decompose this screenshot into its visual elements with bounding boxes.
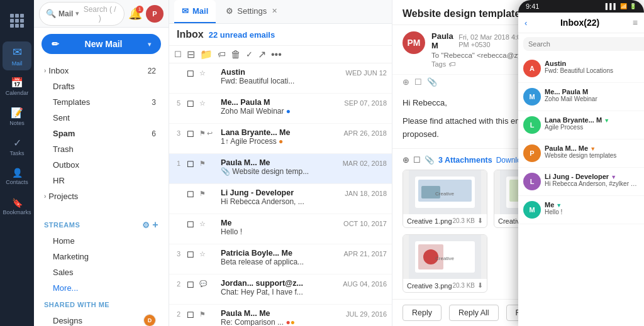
- att-count: 3 Attachments: [438, 156, 492, 165]
- forward-icon[interactable]: ↗: [258, 48, 266, 60]
- tasks-icon: ✓: [13, 137, 21, 149]
- mobile-email-item[interactable]: L Li Jung - Developer ▼ Hi Rebecca Ander…: [518, 168, 644, 196]
- tab-settings-label: Settings: [237, 6, 267, 16]
- email-row[interactable]: 2 ☐ ⚑ Paula M... Me Re: Comparison ... ●…: [169, 305, 392, 326]
- more-options-icon[interactable]: •••: [271, 49, 282, 60]
- mobile-inbox-title: Inbox(22): [531, 18, 628, 28]
- mobile-status-bar: 9:41 ▌▌▌ 📶 🔋: [518, 0, 644, 13]
- mail-icon: ✉: [13, 45, 22, 59]
- mobile-email-list: A Austin Fwd: Beautiful Locations M Me..…: [518, 55, 644, 224]
- search-icon: 🔍: [46, 9, 56, 18]
- email-row[interactable]: ☐ ☆ Austin Fwd: Beautiful locati... WED …: [169, 63, 392, 94]
- mobile-email-item[interactable]: M Me... Paula M Zoho Mail Webinar: [518, 83, 644, 111]
- mobile-email-content: Austin Fwd: Beautiful Locations: [545, 60, 639, 74]
- contacts-icon-btn[interactable]: 👤 Contacts: [3, 162, 31, 191]
- designs-avatar: D: [143, 314, 156, 326]
- spam-label: Spam: [44, 129, 149, 138]
- mobile-avatar: P: [523, 144, 541, 162]
- reply-button[interactable]: Reply: [402, 305, 441, 321]
- sidebar-item-spam[interactable]: Spam 6: [34, 126, 164, 141]
- attachment-action-icon[interactable]: 📎: [427, 77, 437, 87]
- att-download-icon[interactable]: ⬇: [477, 281, 483, 290]
- email-row[interactable]: 3 ☐ ⚑↩ Lana Bryante... Me 1↑ Agile Proce…: [169, 124, 392, 154]
- select-all-checkbox[interactable]: ☐: [174, 50, 182, 59]
- user-avatar[interactable]: P: [146, 5, 164, 23]
- att-icon: 📎: [425, 155, 435, 165]
- contacts-label: Contacts: [6, 179, 28, 185]
- email-row[interactable]: 5 ☐ ☆ Me... Paula M Zoho Mail Webinar ● …: [169, 94, 392, 124]
- signal-icon: ▌▌▌: [606, 3, 618, 9]
- mobile-email-content: Me... Paula M Zoho Mail Webinar: [545, 88, 639, 102]
- tag-add-icon[interactable]: 🏷: [448, 60, 455, 68]
- sidebar-item-marketing[interactable]: Marketing: [34, 249, 164, 264]
- email-row[interactable]: ☐ ⚑ Li Jung - Developer Hi Rebecca Ander…: [169, 184, 392, 214]
- delete-icon[interactable]: 🗑: [231, 49, 241, 60]
- sidebar-item-sent[interactable]: Sent: [34, 110, 164, 126]
- folder-icon[interactable]: 📁: [200, 48, 213, 60]
- sidebar-item-drafts[interactable]: Drafts: [34, 79, 164, 94]
- search-mail-label: Mail: [58, 9, 73, 18]
- tab-mail[interactable]: ✉ Mail: [174, 0, 216, 23]
- sales-label: Sales: [44, 268, 156, 277]
- expand-att-icon[interactable]: ⊕: [402, 155, 409, 165]
- drafts-label: Drafts: [44, 82, 156, 91]
- mobile-email-item[interactable]: A Austin Fwd: Beautiful Locations: [518, 55, 644, 83]
- filter-icon[interactable]: ⊟: [187, 48, 195, 60]
- attachment-card[interactable]: Creative Creative 3.png 20.3 KB ⬇: [402, 234, 487, 293]
- sidebar-item-templates[interactable]: Templates 3: [34, 94, 164, 110]
- calendar-label: Calendar: [6, 90, 29, 96]
- sidebar-item-projects[interactable]: › Projects: [34, 188, 164, 204]
- email-row[interactable]: 3 ☐ ☆ Patricia Boyle... Me Beta release …: [169, 244, 392, 274]
- new-mail-button[interactable]: ✏ New Mail ▾: [42, 34, 161, 54]
- sidebar-item-designs[interactable]: Designs D: [34, 311, 164, 326]
- sender-name: Paula M: [431, 31, 455, 50]
- sidebar-item-home[interactable]: Home: [34, 233, 164, 249]
- calendar-icon-btn[interactable]: 📅 Calendar: [3, 72, 31, 101]
- email-row[interactable]: ☐ ☆ Me Hello ! OCT 10, 2017: [169, 214, 392, 244]
- expand-thread-icon[interactable]: ⊕: [402, 77, 409, 87]
- star-icon: ☆: [199, 69, 206, 77]
- mobile-email-item[interactable]: P Paula M... Me ▼ Website design templat…: [518, 139, 644, 168]
- mail-tab-icon: ✉: [182, 6, 189, 16]
- tab-bar: ✉ Mail ⚙ Settings ✕: [169, 0, 392, 24]
- sidebar-item-more[interactable]: More...: [34, 280, 164, 296]
- mobile-email-item[interactable]: M Me ▼ Hello !: [518, 196, 644, 224]
- mobile-search-input[interactable]: [523, 37, 644, 51]
- chat-icon: 💬: [199, 280, 207, 287]
- close-settings-tab-icon[interactable]: ✕: [272, 7, 277, 15]
- mobile-back-btn[interactable]: ‹: [525, 18, 527, 28]
- email-row-active[interactable]: 1 ☐ ⚑ Paula M... Me 📎 Website design tem…: [169, 154, 392, 184]
- chevron-down-icon: ▾: [148, 41, 151, 48]
- mark-icon[interactable]: ✓: [246, 50, 253, 59]
- checkbox-icon[interactable]: ☐: [414, 77, 422, 87]
- mobile-avatar: M: [523, 88, 541, 106]
- att-download-icon[interactable]: ⬇: [477, 217, 483, 225]
- sidebar-item-outbox[interactable]: Outbox: [34, 157, 164, 173]
- sidebar-item-inbox[interactable]: › Inbox 22: [34, 63, 164, 79]
- tab-mail-label: Mail: [192, 6, 208, 16]
- streams-add-icon[interactable]: +: [152, 219, 158, 231]
- tab-settings[interactable]: ⚙ Settings ✕: [218, 0, 285, 23]
- sidebar-item-trash[interactable]: Trash: [34, 141, 164, 157]
- tasks-icon-btn[interactable]: ✓ Tasks: [3, 132, 31, 161]
- mobile-email-item[interactable]: L Lana Bryante... M ▼ Agile Process: [518, 111, 644, 139]
- bookmarks-icon-btn[interactable]: 🔖 Bookmarks: [3, 192, 31, 221]
- inbox-count: 22: [148, 67, 156, 75]
- sidebar-item-sales[interactable]: Sales: [34, 264, 164, 280]
- att-checkbox[interactable]: ☐: [413, 155, 421, 165]
- notification-btn[interactable]: 🔔 1: [128, 7, 142, 21]
- attachment-card[interactable]: Creative Creative 1.png 20.3 KB ⬇: [402, 170, 487, 228]
- sidebar-item-hr[interactable]: HR: [34, 173, 164, 188]
- mail-icon-btn[interactable]: ✉ Mail: [3, 41, 31, 70]
- streams-settings-icon[interactable]: ⚙: [142, 220, 150, 230]
- tag-icon[interactable]: 🏷: [218, 50, 226, 59]
- folders-section: › Inbox 22 Drafts Templates 3 Sent Spam …: [34, 60, 169, 207]
- notes-label: Notes: [9, 120, 25, 126]
- mobile-sort-icon[interactable]: ≡: [633, 18, 638, 28]
- search-bar[interactable]: 🔍 Mail ▾ Search ( / ): [39, 2, 125, 26]
- attachment-thumb: Creative: [403, 170, 487, 214]
- apps-icon-btn[interactable]: [3, 6, 31, 35]
- notes-icon-btn[interactable]: 📝 Notes: [3, 102, 31, 131]
- email-row[interactable]: 2 ☐ 💬 Jordan... support@z... Chat: Hey P…: [169, 274, 392, 305]
- reply-all-button[interactable]: Reply All: [449, 305, 499, 321]
